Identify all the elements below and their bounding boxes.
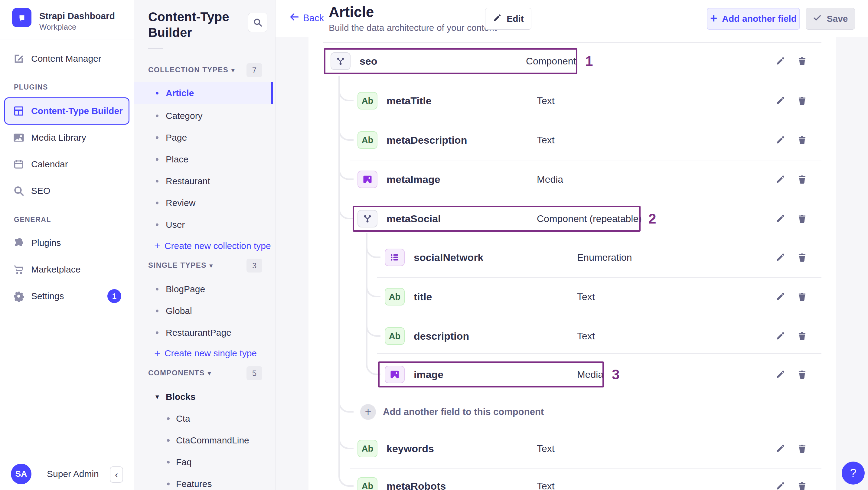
edit-button[interactable]: Edit	[485, 8, 531, 30]
sidebar-item-place[interactable]: Place	[134, 148, 273, 171]
delete-field-button[interactable]	[796, 251, 809, 264]
section-title: COLLECTION TYPES	[148, 66, 228, 74]
sidebar-item-global[interactable]: Global	[134, 300, 273, 322]
add-field-to-component-label[interactable]: Add another field to this component	[383, 406, 544, 418]
delete-field-button[interactable]	[796, 290, 809, 303]
sidebar-item-content-type-builder[interactable]: Content-Type Builder	[0, 99, 134, 123]
add-field-to-component-button[interactable]: +	[360, 404, 376, 420]
sidebar-item-faq[interactable]: Faq	[134, 451, 273, 473]
field-name: seo	[360, 55, 377, 67]
delete-field-button[interactable]	[796, 329, 809, 343]
row-divider	[377, 317, 822, 317]
sidebar-item-review[interactable]: Review	[134, 192, 273, 214]
sidebar-item-article[interactable]: Article	[134, 82, 273, 104]
avatar[interactable]: SA	[11, 464, 31, 484]
help-button[interactable]: ?	[842, 462, 865, 485]
delete-field-button[interactable]	[796, 173, 809, 186]
edit-field-button[interactable]	[774, 368, 787, 381]
tree-connector-elbow	[338, 162, 353, 180]
sidebar-item-blogpage[interactable]: BlogPage	[134, 278, 273, 300]
field-type-component-icon	[358, 210, 377, 227]
component-group-blocks[interactable]: ▼Blocks	[134, 386, 273, 408]
sidebar-item-content-manager[interactable]: Content Manager	[0, 47, 134, 70]
field-name: image	[414, 369, 443, 380]
delete-field-button[interactable]	[796, 212, 809, 225]
delete-field-button[interactable]	[796, 368, 809, 381]
sidebar-item-restaurant[interactable]: Restaurant	[134, 170, 273, 192]
edit-field-button[interactable]	[774, 442, 787, 455]
sidebar-item-marketplace[interactable]: Marketplace	[0, 258, 134, 281]
chevron-down-icon: ▾	[208, 370, 211, 376]
sidebar-item-category[interactable]: Category	[134, 105, 273, 127]
field-type-text-icon: Ab	[358, 92, 377, 110]
list-item-label: Global	[166, 306, 192, 316]
trash-icon	[797, 214, 807, 224]
collection-types-header[interactable]: COLLECTION TYPES▾	[148, 66, 235, 74]
trash-icon	[797, 292, 807, 302]
edit-field-button[interactable]	[774, 133, 787, 147]
sidebar-item-seo[interactable]: SEO	[0, 179, 134, 202]
page-title: Article	[329, 4, 497, 20]
delete-field-button[interactable]	[796, 442, 809, 455]
delete-field-button[interactable]	[796, 133, 809, 147]
edit-field-button[interactable]	[774, 329, 787, 343]
puzzle-icon	[13, 237, 25, 249]
trash-icon	[797, 331, 807, 341]
sidebar-item-media-library[interactable]: Media Library	[0, 126, 134, 149]
single-types-header[interactable]: SINGLE TYPES▾	[148, 261, 213, 270]
edit-field-button[interactable]	[774, 94, 787, 108]
sidebar-item-user[interactable]: User	[134, 214, 273, 236]
delete-field-button[interactable]	[796, 55, 809, 68]
create-new-single-type-link[interactable]: +Create new single type	[154, 347, 257, 359]
components-header[interactable]: COMPONENTS▾	[148, 369, 211, 377]
field-name: metaTitle	[386, 95, 432, 107]
collapse-sidebar-button[interactable]: ‹	[110, 466, 123, 483]
edit-field-button[interactable]	[774, 212, 787, 225]
list-item-label: CtaCommandLine	[176, 435, 249, 446]
field-type-label: Text	[577, 291, 595, 303]
create-link-label: Create new collection type	[164, 241, 271, 251]
edit-field-button[interactable]	[774, 251, 787, 264]
pencil-icon	[493, 13, 502, 22]
back-link[interactable]: Back	[289, 12, 324, 25]
edit-field-button[interactable]	[774, 290, 787, 303]
sidebar-item-plugins[interactable]: Plugins	[0, 232, 134, 254]
create-new-collection-type-link[interactable]: +Create new collection type	[154, 240, 271, 252]
app-title: Strapi Dashboard	[39, 11, 115, 21]
list-item-label: Restaurant	[166, 176, 210, 186]
field-name: description	[414, 330, 469, 342]
sidebar-item-settings[interactable]: Settings1	[0, 285, 134, 308]
field-type-text-icon: Ab	[385, 327, 405, 345]
gear-icon	[13, 290, 25, 302]
tree-connector-elbow	[338, 431, 353, 449]
enumeration-icon	[389, 252, 400, 262]
delete-field-button[interactable]	[796, 480, 809, 490]
chevron-down-icon: ▾	[210, 262, 213, 269]
save-button[interactable]: Save	[806, 8, 855, 30]
row-divider	[377, 277, 822, 278]
main-content: Back Article Build the data architecture…	[276, 0, 868, 490]
bullet-icon	[156, 288, 158, 291]
field-type-text-icon: Ab	[385, 288, 405, 306]
search-button[interactable]	[248, 13, 267, 32]
sidebar-item-calendar[interactable]: Calendar	[0, 153, 134, 176]
sidebar-item-cta[interactable]: Cta	[134, 407, 273, 430]
delete-field-button[interactable]	[796, 94, 809, 108]
edit-field-button[interactable]	[774, 173, 787, 186]
pencil-icon	[775, 214, 785, 224]
sidebar-item-features[interactable]: Features	[134, 473, 273, 490]
field-name: keywords	[386, 443, 434, 455]
section-count-badge: 3	[247, 258, 262, 273]
bullet-icon	[156, 136, 158, 139]
sidebar-item-page[interactable]: Page	[134, 126, 273, 149]
edit-field-button[interactable]	[774, 480, 787, 490]
sidebar-item-ctacommandline[interactable]: CtaCommandLine	[134, 429, 273, 452]
edit-field-button[interactable]	[774, 55, 787, 68]
add-another-field-button[interactable]: + Add another field	[707, 8, 800, 30]
bullet-icon	[156, 332, 158, 334]
field-type-label: Text	[537, 95, 555, 106]
annotation-number-2: 2	[648, 211, 656, 227]
field-name: metaRobots	[386, 480, 446, 490]
sidebar-item-restaurantpage[interactable]: RestaurantPage	[134, 321, 273, 344]
field-type-media-icon	[385, 366, 405, 383]
